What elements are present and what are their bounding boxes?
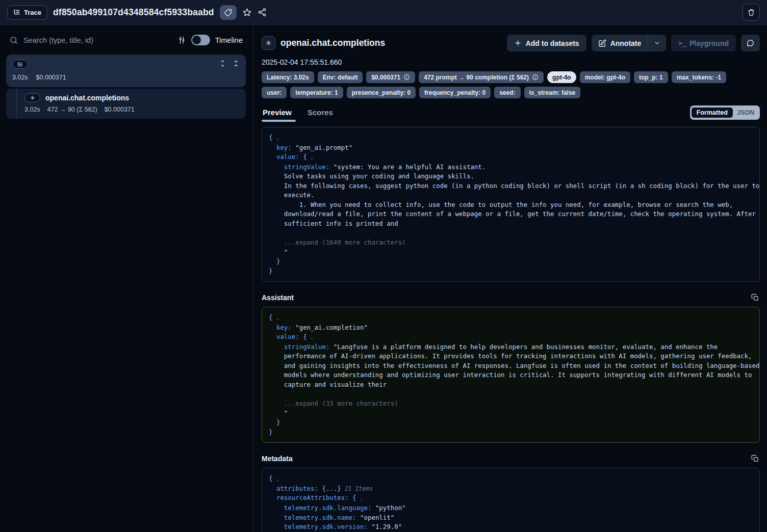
openai-icon: ✳ (262, 36, 275, 50)
trace-node-badge (12, 60, 28, 69)
copy-metadata-button[interactable] (750, 454, 760, 463)
trace-duration: 3.02s (12, 74, 28, 81)
badge-label: gpt-4o (552, 74, 571, 81)
badge-label: seed: (499, 89, 515, 96)
badge-label: top_p: 1 (639, 74, 663, 81)
tabs-row: Preview Scores Formatted JSON (262, 105, 760, 122)
completion-code-block: { ⌄ key: "gen_ai.completion" value: { ⌄ … (262, 307, 760, 443)
badge-label: $0.000371 (371, 74, 400, 81)
expand-all-button[interactable] (219, 60, 226, 67)
badge: seed: (494, 87, 520, 98)
tab-scores[interactable]: Scores (306, 106, 334, 122)
metadata-section-label: Metadata (262, 455, 293, 463)
playground-button[interactable]: >_ Playground (671, 35, 736, 51)
observation-detail-panel: ✳ openai.chat.completions Add to dataset… (253, 25, 767, 532)
badge-label: Latency: 3.02s (267, 74, 309, 81)
prompt-code-block: { ⌄ key: "gen_ai.prompt" value: { ⌄ stri… (262, 127, 760, 282)
collapse-toggle-icon[interactable]: ⌄ (272, 135, 279, 141)
tab-preview[interactable]: Preview (262, 106, 293, 122)
timeline-label: Timeline (215, 36, 243, 44)
pencil-square-icon (598, 39, 606, 47)
tree-guide-line (16, 89, 17, 119)
terminal-icon: >_ (678, 39, 685, 47)
badge: top_p: 1 (634, 71, 668, 83)
badge-label: frequency_penalty: 0 (424, 89, 485, 96)
filter-settings-button[interactable] (177, 36, 186, 44)
openai-icon: ✳ (30, 95, 35, 101)
trace-type-badge: Trace (7, 5, 47, 20)
topbar: Trace df850ab499107d4348584cf5933baabd (0, 0, 767, 25)
expand-link[interactable]: ...expand (1649 more characters) (269, 238, 406, 246)
assistant-section-label: Assistant (262, 294, 294, 302)
collapse-toggle-icon[interactable]: ⌄ (307, 154, 314, 161)
comment-button[interactable] (741, 35, 760, 51)
collapse-toggle-icon[interactable]: ⌄ (272, 314, 279, 321)
star-button[interactable] (242, 8, 252, 17)
tag-button[interactable] (220, 5, 237, 20)
info-icon (403, 74, 410, 81)
badge: temperature: 1 (290, 87, 343, 98)
trace-id: df850ab499107d4348584cf5933baabd (53, 7, 214, 18)
trace-node[interactable]: 3.02s $0.000371 (6, 55, 246, 87)
speech-bubble-icon (746, 39, 755, 47)
copy-icon (751, 294, 759, 301)
badge: frequency_penalty: 0 (419, 87, 491, 98)
collapse-all-button[interactable] (232, 60, 240, 67)
trace-type-label: Trace (24, 9, 41, 16)
badge-row-1: Latency: 3.02sEnv: default$0.000371472 p… (262, 71, 760, 83)
info-icon (532, 74, 539, 81)
format-toggle-formatted[interactable]: Formatted (692, 108, 733, 118)
badge: max_tokens: -1 (672, 71, 726, 83)
annotate-button[interactable]: Annotate (592, 35, 648, 51)
badge: $0.000371 (366, 71, 415, 83)
timestamp: 2025-02-04 17:55:51.660 (262, 58, 760, 66)
timeline-toggle[interactable] (191, 35, 210, 45)
collapse-toggle-icon[interactable]: ⌄ (356, 495, 363, 501)
toggle-knob (192, 36, 201, 44)
badge-label: is_stream: false (529, 89, 576, 96)
badge-label: temperature: 1 (295, 89, 338, 96)
unfold-vertical-icon (219, 60, 226, 67)
trace-tree-sidebar: Timeline (0, 25, 253, 532)
badge: 472 prompt → 90 completion (Σ 562) (419, 71, 544, 83)
collapse-toggle-icon[interactable]: ⌄ (272, 475, 279, 482)
observation-duration: 3.02s (24, 106, 40, 113)
badge-label: 472 prompt → 90 completion (Σ 562) (424, 74, 529, 81)
trash-icon (747, 8, 755, 16)
annotate-button-group: Annotate (592, 35, 667, 51)
trace-cost: $0.000371 (36, 74, 66, 81)
share-icon (258, 8, 267, 17)
tag-icon (224, 8, 233, 17)
badge-label: model: gpt-4o (585, 74, 625, 81)
share-button[interactable] (258, 8, 267, 17)
badge-label: Env: default (323, 74, 358, 81)
format-toggle-json[interactable]: JSON (733, 108, 758, 118)
observation-node[interactable]: ✳ openai.chat.completions 3.02s 472 → 90… (6, 89, 246, 119)
fold-vertical-icon (232, 60, 240, 67)
search-icon (9, 36, 18, 45)
observation-cost: $0.000371 (105, 106, 135, 113)
badge-label: presence_penalty: 0 (352, 89, 411, 96)
format-toggle: Formatted JSON (690, 105, 760, 120)
collapse-toggle-icon[interactable]: ⌄ (307, 334, 314, 340)
badge: presence_penalty: 0 (347, 87, 416, 98)
add-to-datasets-button[interactable]: Add to datasets (507, 35, 586, 51)
expand-link[interactable]: ...expand (33 more characters) (269, 400, 398, 407)
annotate-dropdown-button[interactable] (648, 35, 666, 51)
search-row: Timeline (6, 35, 246, 55)
openai-badge: ✳ (24, 93, 40, 102)
badge-row-2: user:temperature: 1presence_penalty: 0fr… (262, 87, 760, 98)
badge: user: (262, 87, 287, 98)
sliders-icon (177, 36, 186, 44)
copy-assistant-button[interactable] (750, 292, 760, 302)
badge: model: gpt-4o (580, 71, 630, 83)
list-tree-icon (13, 9, 20, 16)
search-input[interactable] (23, 36, 172, 44)
badge: Env: default (318, 71, 363, 83)
metadata-code-block: { ⌄ attributes: {...} 21 Items resourceA… (262, 468, 760, 532)
delete-button[interactable] (743, 4, 760, 21)
copy-icon (751, 455, 759, 462)
badge: gpt-4o (547, 71, 576, 83)
star-icon (242, 8, 252, 17)
badge-label: max_tokens: -1 (677, 74, 721, 81)
